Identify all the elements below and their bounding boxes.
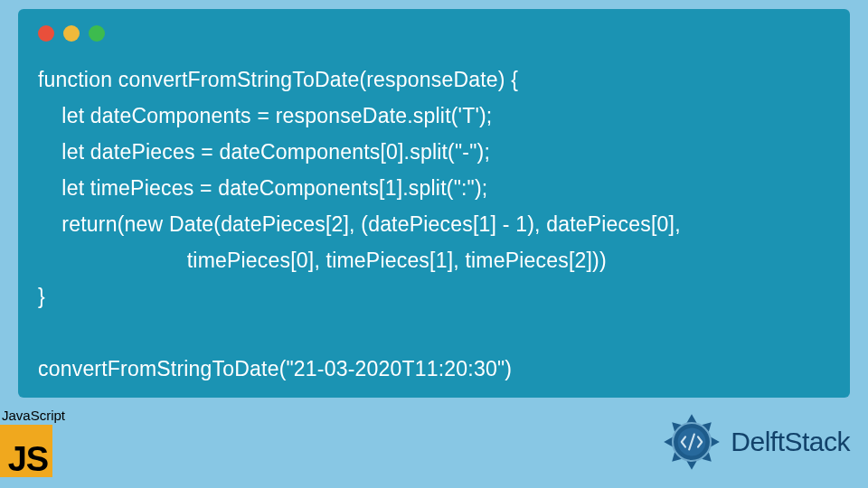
- window-controls: [38, 25, 837, 42]
- svg-marker-0: [687, 414, 697, 423]
- svg-marker-2: [711, 436, 720, 446]
- delftstack-logo-icon: [660, 410, 723, 474]
- svg-marker-4: [687, 461, 697, 470]
- javascript-logo-icon: J S: [0, 425, 52, 477]
- js-letter-j: J: [8, 440, 27, 479]
- js-letter-s: S: [26, 440, 49, 479]
- close-dot-icon: [38, 25, 54, 42]
- delftstack-branding: DelftStack: [660, 410, 850, 474]
- javascript-label: JavaScript: [0, 408, 65, 423]
- delftstack-text: DelftStack: [731, 427, 850, 457]
- maximize-dot-icon: [89, 25, 105, 42]
- javascript-badge: JavaScript J S: [0, 408, 65, 477]
- svg-marker-6: [664, 436, 673, 446]
- code-block: function convertFromStringToDate(respons…: [31, 61, 837, 387]
- minimize-dot-icon: [63, 25, 80, 42]
- code-window: function convertFromStringToDate(respons…: [18, 9, 850, 398]
